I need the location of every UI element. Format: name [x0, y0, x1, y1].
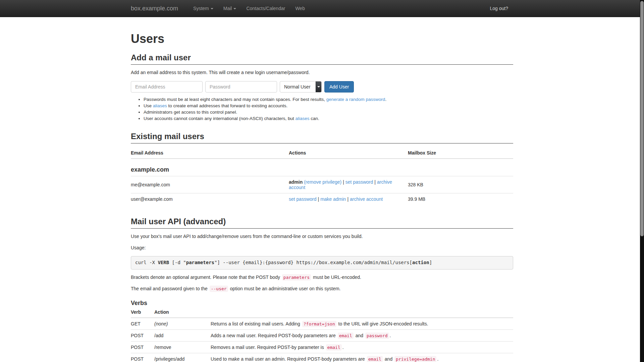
table-row: me@example.com admin (remove privilege)|…	[131, 176, 513, 193]
desc-text: to the URL will give JSON-encoded result…	[337, 321, 428, 326]
user-email: me@example.com	[131, 176, 289, 193]
mailbox-size: 328 KB	[408, 176, 513, 193]
privilege-admin-code-chip: privilege=admin	[394, 356, 436, 362]
main-nav: System Mail Contacts/Calendar Web	[188, 0, 310, 17]
nav-item-contacts-calendar-label: Contacts/Calendar	[246, 6, 285, 11]
desc-text: Adds a new mail user. Required POST-body…	[211, 333, 337, 338]
make-admin-link[interactable]: make admin	[320, 196, 346, 202]
note-passwords: Passwords must be at least eight charact…	[144, 97, 513, 103]
code-text: curl -X	[135, 260, 158, 265]
verb-cell: POST	[131, 341, 154, 353]
note-text: .	[385, 97, 386, 102]
table-row: user@example.com set password|make admin…	[131, 193, 513, 205]
set-password-link[interactable]: set password	[345, 179, 373, 185]
api-intro: Use your box's mail user API to add/chan…	[131, 233, 513, 240]
email-field[interactable]	[131, 81, 203, 93]
add-user-button[interactable]: Add User	[324, 81, 354, 93]
mailbox-size: 39.9 MB	[408, 193, 513, 205]
action-cell: /privileges/add	[154, 353, 211, 362]
top-navbar: box.example.com System Mail Contacts/Cal…	[0, 0, 644, 17]
column-header-email: Email Address	[131, 147, 289, 159]
archive-account-link[interactable]: archive account	[350, 196, 383, 202]
note-ascii: User accounts cannot contain any interna…	[144, 116, 513, 122]
link-separator: |	[347, 196, 348, 202]
description-cell: Adds a new mail user. Required POST-body…	[211, 329, 513, 341]
brackets-note: Brackets denote an optional argument. Pl…	[131, 274, 513, 281]
existing-users-table: Email Address Actions Mailbox Size examp…	[131, 147, 513, 205]
desc-text: .	[437, 356, 438, 362]
email-code-chip: email	[338, 333, 354, 339]
existing-mail-users-heading: Existing mail users	[131, 132, 513, 143]
code-text: "] --user {email}:{password} https://box…	[214, 260, 412, 265]
desc-text: Removes a mail user. Required POST-by pa…	[211, 345, 325, 350]
curl-command: curl -X VERB [-d "parameters"] --user {e…	[131, 256, 513, 269]
select-arrow-strip[interactable]	[316, 81, 321, 92]
desc-text: Used to make a mail user an admin. Requi…	[211, 356, 366, 362]
nav-item-mail-label: Mail	[223, 6, 232, 11]
desc-text: .	[342, 345, 344, 350]
chevron-down-icon	[317, 86, 320, 87]
nav-item-web-label: Web	[295, 6, 305, 11]
password-field[interactable]	[205, 81, 277, 93]
format-json-code-chip: ?format=json	[302, 321, 336, 327]
verbs-table: Verb Action GET (none) Returns a list of…	[131, 307, 513, 362]
email-code-chip: email	[326, 344, 342, 351]
note-text: Use	[144, 103, 153, 108]
note-text: must be URL-encoded.	[312, 275, 361, 280]
note-administrators: Administrators get access to this contro…	[144, 109, 513, 115]
nav-item-mail[interactable]: Mail	[218, 0, 241, 17]
link-separator: |	[343, 179, 344, 185]
table-row: GET (none) Returns a list of existing ma…	[131, 318, 513, 330]
generate-random-password-link[interactable]: generate a random password	[326, 97, 385, 102]
column-header-description	[211, 307, 513, 318]
parameters-code-chip: parameters	[282, 274, 311, 281]
password-code-chip: password	[365, 333, 389, 339]
nav-item-system[interactable]: System	[188, 0, 218, 17]
nav-item-contacts-calendar[interactable]: Contacts/Calendar	[241, 0, 290, 17]
aliases-link[interactable]: aliases	[153, 103, 167, 108]
user-email: user@example.com	[131, 193, 289, 205]
code-parameters: parameters	[186, 260, 214, 265]
note-text: option must be an administrative user on…	[229, 286, 341, 291]
verb-cell: GET	[131, 318, 154, 330]
email-code-chip: email	[367, 356, 383, 362]
add-user-notes: Passwords must be at least eight charact…	[144, 97, 513, 122]
note-text: Brackets denote an optional argument. Pl…	[131, 275, 281, 280]
column-header-action: Action	[154, 307, 211, 318]
note-text: to create email addresses that forward t…	[167, 103, 287, 108]
aliases-link[interactable]: aliases	[296, 116, 310, 121]
nav-item-web[interactable]: Web	[290, 0, 310, 17]
brand-link[interactable]: box.example.com	[131, 0, 183, 17]
description-cell: Removes a mail user. Required POST-by pa…	[211, 341, 513, 353]
set-password-link[interactable]: set password	[289, 196, 316, 202]
column-header-actions: Actions	[289, 147, 408, 159]
note-aliases: Use aliases to create email addresses th…	[144, 103, 513, 109]
action-cell: /add	[154, 329, 211, 341]
link-separator: |	[318, 196, 319, 202]
privilege-select[interactable]: Normal User	[280, 81, 322, 93]
main-content: Users Add a mail user Add an email addre…	[131, 32, 513, 362]
remove-privilege-link[interactable]: (remove privilege)	[304, 179, 341, 185]
verbs-heading: Verbs	[131, 300, 513, 307]
description-cell: Used to make a mail user an admin. Requi…	[211, 353, 513, 362]
column-header-verb: Verb	[131, 307, 154, 318]
logout-link[interactable]: Log out?	[485, 0, 514, 17]
action-cell: /remove	[154, 341, 211, 353]
privilege-selected-value: Normal User	[280, 84, 316, 89]
chevron-down-icon	[211, 8, 213, 9]
desc-text: .	[390, 333, 391, 338]
nav-item-system-label: System	[193, 6, 209, 11]
column-header-mailbox-size: Mailbox Size	[408, 147, 513, 159]
domain-heading: example.com	[131, 166, 511, 173]
scrollbar-thumb[interactable]	[640, 1, 644, 236]
code-verb: VERB	[158, 260, 169, 265]
page-title: Users	[131, 32, 513, 46]
table-row: POST /remove Removes a mail user. Requir…	[131, 341, 513, 353]
chevron-down-icon	[233, 8, 236, 9]
action-cell: (none)	[154, 318, 211, 330]
note-text: Administrators get access to this contro…	[144, 110, 237, 115]
verb-cell: POST	[131, 329, 154, 341]
scrollbar[interactable]	[640, 0, 644, 362]
desc-text: and	[383, 356, 394, 362]
code-text: [-d "	[169, 260, 186, 265]
